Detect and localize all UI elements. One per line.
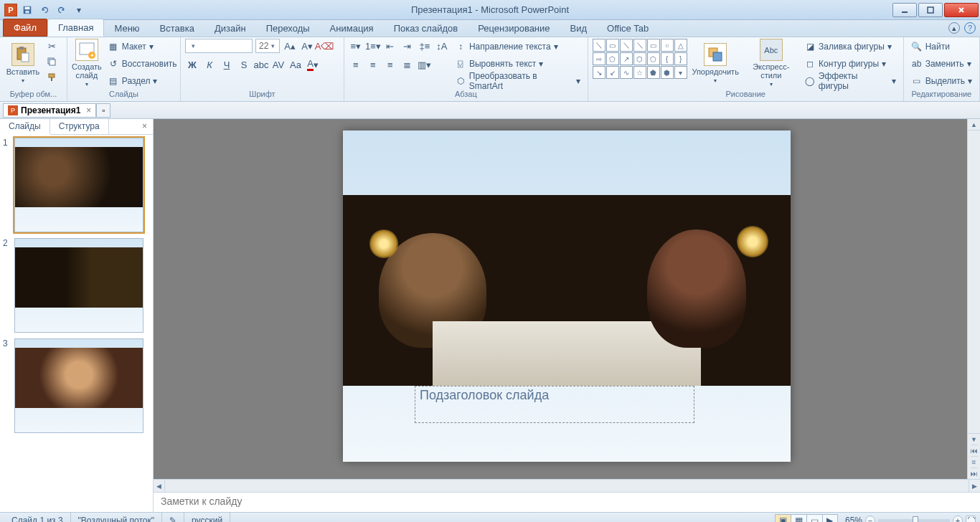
line-spacing-icon[interactable]: ‡≡ xyxy=(418,39,432,53)
tab-insert[interactable]: Вставка xyxy=(150,20,204,37)
shadow-icon[interactable]: abc xyxy=(254,57,268,72)
redo-icon[interactable] xyxy=(55,3,69,17)
align-center-icon[interactable]: ≡ xyxy=(366,57,380,72)
view-normal-icon[interactable]: ▣ xyxy=(775,514,791,523)
status-language[interactable]: русский xyxy=(184,513,230,522)
view-reading-icon[interactable]: ▭ xyxy=(806,514,822,523)
strike-icon[interactable]: S xyxy=(237,57,251,72)
font-size-combo[interactable]: 22 xyxy=(255,39,280,53)
qat-customize-icon[interactable]: ▾ xyxy=(72,3,86,17)
panel-tab-outline[interactable]: Структура xyxy=(50,119,109,134)
replace-button[interactable]: abЗаменить ▾ xyxy=(908,56,975,72)
scroll-down-icon[interactable]: ▼ xyxy=(968,433,980,445)
zoom-percent[interactable]: 65% xyxy=(845,516,862,523)
paste-button[interactable]: Вставить ▾ xyxy=(4,39,42,87)
app-icon[interactable]: P xyxy=(4,4,17,16)
font-color-icon[interactable]: A▾ xyxy=(306,57,320,72)
prev-slide-icon[interactable]: ⏮ xyxy=(971,445,978,456)
tab-transitions[interactable]: Переходы xyxy=(256,20,320,37)
tab-review[interactable]: Рецензирование xyxy=(468,20,560,37)
tab-home[interactable]: Главная xyxy=(47,19,104,37)
bold-icon[interactable]: Ж xyxy=(185,57,199,72)
tab-slideshow[interactable]: Показ слайдов xyxy=(384,20,468,37)
text-direction-button[interactable]: ↕Направление текста ▾ xyxy=(452,39,583,54)
notes-pane[interactable]: Заметки к слайду xyxy=(154,492,980,512)
tab-menu[interactable]: Меню xyxy=(104,20,149,37)
clear-format-icon[interactable]: A⌫ xyxy=(317,39,331,53)
slide-image[interactable] xyxy=(343,195,791,386)
zoom-out-icon[interactable]: − xyxy=(865,516,875,523)
align-text-button[interactable]: ⍌Выровнять текст ▾ xyxy=(452,56,583,72)
next-slide-icon[interactable]: ⏭ xyxy=(971,468,978,479)
copy-icon[interactable] xyxy=(44,54,59,69)
scroll-right-icon[interactable]: ▶ xyxy=(969,480,980,492)
scroll-up-icon[interactable]: ▲ xyxy=(968,119,980,130)
thumbnail-2[interactable]: 2 xyxy=(3,238,150,333)
close-tab-icon[interactable]: × xyxy=(86,105,91,115)
slide-canvas[interactable]: Подзаголовок слайда ▲ ▼ ⏮≡⏭ xyxy=(154,119,980,479)
new-doc-tab[interactable]: ▫ xyxy=(96,103,110,118)
spacing-icon[interactable]: AV xyxy=(271,57,286,72)
bullets-icon[interactable]: ≡▾ xyxy=(349,39,363,53)
reset-button[interactable]: ↺Восстановить xyxy=(105,56,180,72)
panel-tab-slides[interactable]: Слайды xyxy=(0,119,50,135)
align-left-icon[interactable]: ≡ xyxy=(349,57,363,72)
text-direction-icon[interactable]: ↕A xyxy=(435,39,449,53)
shapes-gallery[interactable]: ＼▭＼＼▭○△ ⇨⬠↗⬡⬠{} ↘↙∿☆⬟⬢▾ xyxy=(593,39,687,79)
status-slide-info[interactable]: Слайд 1 из 3 xyxy=(4,513,71,522)
section-button[interactable]: ▤Раздел ▾ xyxy=(105,73,180,89)
quick-styles-button[interactable]: Abc Экспресс-стили▾ xyxy=(744,39,799,87)
minimize-button[interactable] xyxy=(892,3,917,17)
zoom-slider[interactable] xyxy=(878,519,950,522)
thumbnail-3[interactable]: 3 xyxy=(3,338,150,433)
tab-file[interactable]: Файл xyxy=(3,19,47,37)
indent-icon[interactable]: ⇥ xyxy=(400,39,415,53)
panel-close-icon[interactable]: × xyxy=(136,119,153,134)
smartart-button[interactable]: ⬡Преобразовать в SmartArt ▾ xyxy=(452,73,583,89)
fit-window-icon[interactable]: ⛶ xyxy=(966,516,976,523)
tab-view[interactable]: Вид xyxy=(560,20,598,37)
help-icon[interactable]: ? xyxy=(964,22,976,34)
horizontal-scrollbar[interactable]: ◀▶ xyxy=(154,479,980,492)
columns-icon[interactable]: ▥▾ xyxy=(418,57,432,72)
shrink-font-icon[interactable]: A▾ xyxy=(300,39,314,53)
select-button[interactable]: ▭Выделить ▾ xyxy=(908,73,975,89)
maximize-button[interactable] xyxy=(918,3,943,17)
case-icon[interactable]: Aa xyxy=(288,57,303,72)
status-spellcheck[interactable]: ✎ xyxy=(162,513,184,522)
cut-icon[interactable]: ✂ xyxy=(44,39,59,53)
close-button[interactable] xyxy=(944,3,979,17)
font-family-combo[interactable] xyxy=(185,39,253,53)
shape-fill-button[interactable]: ◪Заливка фигуры ▾ xyxy=(801,39,899,54)
find-button[interactable]: 🔍Найти xyxy=(908,39,975,54)
underline-icon[interactable]: Ч xyxy=(220,57,234,72)
thumbnail-1[interactable]: 1 xyxy=(3,138,150,232)
numbering-icon[interactable]: 1≡▾ xyxy=(366,39,380,53)
justify-icon[interactable]: ≣ xyxy=(400,57,415,72)
arrange-button[interactable]: Упорядочить▾ xyxy=(690,39,741,87)
document-tab[interactable]: P Презентация1 × xyxy=(3,103,96,118)
format-painter-icon[interactable] xyxy=(44,70,59,85)
grow-font-icon[interactable]: A▴ xyxy=(283,39,297,53)
shape-effects-button[interactable]: ◯Эффекты фигуры ▾ xyxy=(801,73,899,89)
vertical-scrollbar[interactable]: ▲ ▼ ⏮≡⏭ xyxy=(967,119,980,479)
save-icon[interactable] xyxy=(20,3,34,17)
status-theme[interactable]: "Воздушный поток" xyxy=(71,513,162,522)
tab-design[interactable]: Дизайн xyxy=(204,20,256,37)
tab-animation[interactable]: Анимация xyxy=(320,20,384,37)
ribbon-minimize-icon[interactable]: ▴ xyxy=(948,22,960,34)
align-right-icon[interactable]: ≡ xyxy=(383,57,397,72)
view-slideshow-icon[interactable]: ▶ xyxy=(822,514,838,523)
tab-officetab[interactable]: Office Tab xyxy=(597,20,659,37)
scroll-left-icon[interactable]: ◀ xyxy=(154,480,165,492)
nav-menu-icon[interactable]: ≡ xyxy=(971,456,978,468)
undo-icon[interactable] xyxy=(37,3,52,17)
new-slide-button[interactable]: ✦ Создать слайд ▾ xyxy=(72,39,102,87)
outdent-icon[interactable]: ⇤ xyxy=(383,39,397,53)
zoom-in-icon[interactable]: + xyxy=(953,516,963,523)
italic-icon[interactable]: К xyxy=(202,57,217,72)
view-sorter-icon[interactable]: ▦ xyxy=(791,514,806,523)
subtitle-placeholder[interactable]: Подзаголовок слайда xyxy=(415,386,694,423)
shape-outline-button[interactable]: ◻Контур фигуры ▾ xyxy=(801,56,899,72)
layout-button[interactable]: ▦Макет ▾ xyxy=(105,39,180,54)
